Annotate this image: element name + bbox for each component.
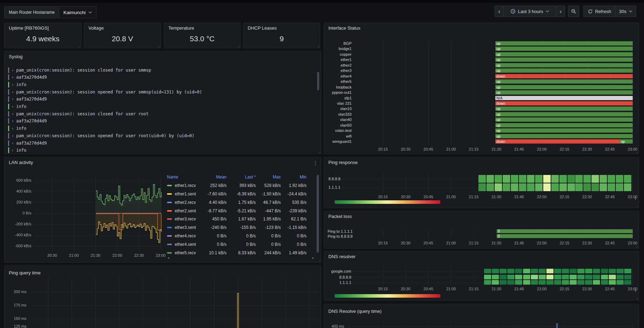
expand-chevron-icon[interactable]: ›: [12, 111, 13, 116]
syslog-row[interactable]: ›info: [8, 104, 312, 110]
expand-chevron-icon[interactable]: ›: [12, 148, 13, 153]
interface-status-bar: up: [495, 85, 633, 89]
syslog-row[interactable]: ›aaf3a270d4d9: [8, 96, 312, 102]
syslog-row[interactable]: ›info: [8, 81, 312, 87]
legend-header-name[interactable]: Name: [167, 175, 197, 180]
legend-value: -1.50 kB/s: [256, 192, 281, 196]
variable-picker[interactable]: Main Router Hostaname Kaimunchi: [4, 6, 97, 18]
time-range-back-button[interactable]: ‹: [495, 6, 504, 17]
legend-series-name[interactable]: ether2.sent: [167, 208, 197, 213]
legend-series-name[interactable]: ether2.recv: [167, 200, 197, 205]
gridline: [383, 267, 383, 286]
gridline: [474, 229, 474, 239]
gridline: [474, 40, 474, 145]
panel-scroll-spinner[interactable]: ▲▼: [634, 197, 637, 200]
syslog-row[interactable]: ›info: [8, 126, 312, 132]
gridline: [383, 40, 383, 145]
legend-series-name[interactable]: ether1.sent: [167, 192, 197, 196]
status-segment: up: [495, 134, 633, 138]
interface-row-label: sfp1: [324, 96, 352, 101]
status-segment: up: [495, 123, 633, 127]
legend-series-name[interactable]: ether4.recv: [167, 233, 197, 238]
panel-title[interactable]: Packet loss: [328, 214, 352, 219]
expand-chevron-icon[interactable]: ›: [12, 68, 13, 73]
expand-chevron-icon[interactable]: ›: [12, 133, 13, 138]
expand-chevron-icon[interactable]: ›: [12, 141, 13, 146]
interface-status-bar: N/A: [495, 96, 633, 100]
expand-chevron-icon[interactable]: ›: [12, 90, 13, 95]
syslog-row[interactable]: ›pam_unix(cron:session): session closed …: [8, 67, 312, 73]
expand-chevron-icon[interactable]: ›: [12, 82, 13, 87]
log-level-bar: [8, 82, 9, 87]
interface-row-label: bridge1: [324, 46, 352, 51]
syslog-row[interactable]: ›aaf3a270d4d9: [8, 74, 312, 80]
legend-value: 393 kB/s: [227, 183, 256, 188]
variable-value-dropdown[interactable]: Kaimunchi: [59, 7, 96, 18]
status-segment: up: [620, 139, 633, 144]
panel-title[interactable]: Voltage: [88, 25, 104, 31]
panel-title[interactable]: Syslog: [9, 54, 23, 59]
interface-status-bar: downup: [495, 139, 633, 144]
resize-handle[interactable]: [316, 44, 320, 48]
heatmap-cell: [577, 280, 584, 285]
syslog-row[interactable]: ›pam_unix(cron:session): session closed …: [8, 111, 312, 117]
panel-title[interactable]: Uptime [RB760iGS]: [9, 25, 49, 31]
legend-header-max[interactable]: Max: [256, 175, 281, 180]
resize-handle[interactable]: [236, 44, 240, 48]
heatmap-cell: [600, 183, 607, 191]
legend-header-last[interactable]: Last *: [227, 175, 256, 180]
interface-status-bar: up: [495, 117, 633, 122]
resize-handle[interactable]: [157, 44, 160, 48]
syslog-row[interactable]: ›aaf3a270d4d9: [8, 140, 312, 146]
expand-chevron-icon[interactable]: ›: [12, 104, 13, 109]
panel-title[interactable]: Temperature: [168, 25, 194, 31]
syslog-row[interactable]: ›pam_unix(cron:session): session opened …: [8, 89, 312, 95]
time-range-picker[interactable]: Last 3 hours: [503, 6, 556, 17]
panel-title[interactable]: Interface Status: [328, 25, 360, 31]
panel-menu-kebab-icon[interactable]: ⋮: [313, 160, 318, 166]
interface-row-label: pppoe-out1: [324, 90, 352, 95]
expand-chevron-icon[interactable]: ›: [12, 75, 13, 80]
syslog-scrollbar[interactable]: [317, 72, 319, 90]
panel-title[interactable]: Ping response: [328, 160, 358, 165]
expand-chevron-icon[interactable]: ›: [12, 119, 13, 123]
panel-title[interactable]: Ping query time: [9, 270, 41, 275]
legend-value: 1.67 kB/s: [227, 217, 256, 221]
panel-scroll-spinner[interactable]: ▲▼: [634, 289, 637, 292]
legend-scroll-left-arrow[interactable]: ◄: [167, 256, 170, 260]
legend-series-name[interactable]: ether5.recv: [167, 250, 197, 255]
y-axis-tick-label: 600 kB/s: [5, 178, 31, 182]
y-axis-tick-label: 200 kB/s: [5, 200, 31, 204]
zoom-out-button[interactable]: [568, 6, 579, 17]
legend-value: 0 B/s: [281, 233, 306, 238]
heatmap-cell: [535, 183, 543, 191]
panel-title[interactable]: DNS resolver: [328, 254, 355, 259]
heatmap-cell: [492, 269, 499, 273]
legend-scroll-right-arrow[interactable]: ►: [312, 256, 315, 260]
time-range-forward-button[interactable]: ›: [556, 6, 565, 17]
log-line-text: info: [16, 82, 26, 87]
expand-chevron-icon[interactable]: ›: [12, 97, 13, 102]
resize-handle[interactable]: [77, 44, 81, 48]
legend-scrollbar-vertical[interactable]: [317, 175, 319, 253]
syslog-row[interactable]: ›info: [8, 147, 312, 153]
status-segment: up: [495, 112, 633, 116]
panel-title[interactable]: LAN activity: [9, 160, 33, 165]
interface-status-bar: down: [495, 101, 633, 105]
legend-series-name[interactable]: ether3.sent: [167, 225, 197, 230]
panel-title[interactable]: DNS Resolve (query time): [328, 309, 382, 314]
legend-header-min[interactable]: Min: [281, 175, 306, 180]
expand-chevron-icon[interactable]: ›: [12, 126, 13, 131]
interface-row-label: ether4: [324, 74, 352, 79]
legend-series-name[interactable]: ether3.recv: [167, 217, 197, 221]
gridline: [190, 277, 191, 328]
refresh-button[interactable]: Refresh: [583, 6, 616, 17]
status-segment: down: [495, 74, 633, 78]
legend-header-mean[interactable]: Mean: [197, 175, 227, 180]
syslog-row[interactable]: ›pam_unix(cron:session): session opened …: [8, 133, 312, 139]
refresh-interval-dropdown[interactable]: 30s: [615, 6, 636, 17]
legend-series-name[interactable]: ether4.sent: [167, 242, 197, 247]
legend-series-name[interactable]: ether1.recv: [167, 183, 197, 188]
panel-title[interactable]: DHCP Leases: [248, 25, 277, 31]
syslog-row[interactable]: ›aaf3a270d4d9: [8, 118, 312, 124]
